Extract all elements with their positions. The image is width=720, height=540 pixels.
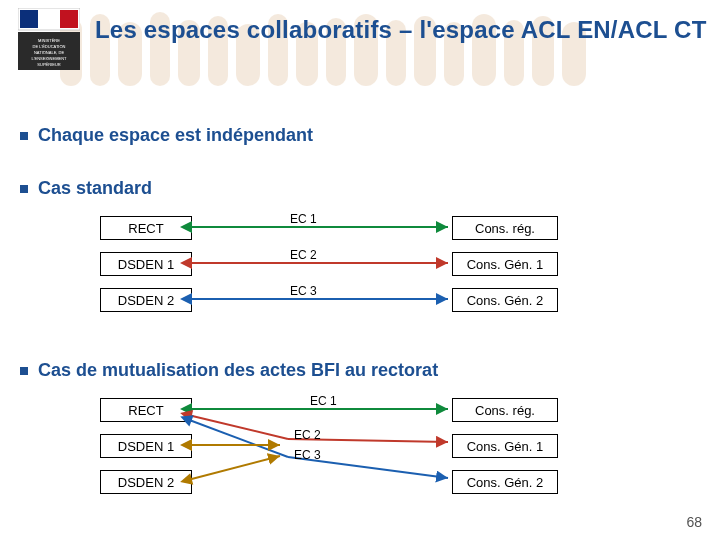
box-cons-gen2: Cons. Gén. 2: [452, 470, 558, 494]
bullet-text: Cas de mutualisation des actes BFI au re…: [38, 360, 438, 380]
svg-rect-19: [20, 10, 38, 28]
bullet-independent: Chaque espace est indépendant: [20, 125, 313, 146]
label-ec2: EC 2: [294, 428, 321, 442]
arrows-mutualisation: [180, 392, 452, 502]
bullet-text: Chaque espace est indépendant: [38, 125, 313, 145]
bullet-square-icon: [20, 185, 28, 193]
box-rect: RECT: [100, 216, 192, 240]
ministry-logo: MINISTÈRE DE L'ÉDUCATION NATIONALE, DE L…: [18, 8, 80, 70]
bullet-square-icon: [20, 132, 28, 140]
box-cons-reg: Cons. rég.: [452, 398, 558, 422]
label-ec3: EC 3: [290, 284, 317, 298]
slide-title: Les espaces collaboratifs – l'espace ACL…: [95, 16, 710, 44]
box-cons-gen1: Cons. Gén. 1: [452, 434, 558, 458]
svg-text:MINISTÈRE: MINISTÈRE: [38, 38, 60, 43]
box-cons-gen2: Cons. Gén. 2: [452, 288, 558, 312]
diagram-standard-case: RECT DSDEN 1 DSDEN 2 Cons. rég. Cons. Gé…: [0, 210, 720, 340]
svg-line-34: [184, 418, 288, 457]
box-dsden2: DSDEN 2: [100, 470, 192, 494]
box-rect: RECT: [100, 398, 192, 422]
bullet-mutualisation-case: Cas de mutualisation des actes BFI au re…: [20, 360, 438, 381]
label-ec1: EC 1: [290, 212, 317, 226]
box-dsden1: DSDEN 1: [100, 434, 192, 458]
svg-rect-20: [40, 10, 58, 28]
svg-line-32: [184, 414, 288, 439]
bullet-standard-case: Cas standard: [20, 178, 152, 199]
box-dsden2: DSDEN 2: [100, 288, 192, 312]
svg-rect-21: [60, 10, 78, 28]
bullet-square-icon: [20, 367, 28, 375]
diagram-mutualisation-case: RECT DSDEN 1 DSDEN 2 Cons. rég. Cons. Gé…: [0, 392, 720, 522]
svg-text:SUPÉRIEUR: SUPÉRIEUR: [37, 62, 60, 67]
box-dsden1: DSDEN 1: [100, 252, 192, 276]
box-cons-gen1: Cons. Gén. 1: [452, 252, 558, 276]
svg-text:DE L'ÉDUCATION: DE L'ÉDUCATION: [33, 44, 66, 49]
label-ec3: EC 3: [294, 448, 321, 462]
bullet-text: Cas standard: [38, 178, 152, 198]
box-cons-reg: Cons. rég.: [452, 216, 558, 240]
svg-text:NATIONALE, DE: NATIONALE, DE: [34, 50, 64, 55]
arrows-standard: [180, 210, 452, 320]
svg-line-37: [184, 456, 280, 481]
label-ec2: EC 2: [290, 248, 317, 262]
label-ec1: EC 1: [310, 394, 337, 408]
svg-text:L'ENSEIGNEMENT: L'ENSEIGNEMENT: [32, 56, 68, 61]
